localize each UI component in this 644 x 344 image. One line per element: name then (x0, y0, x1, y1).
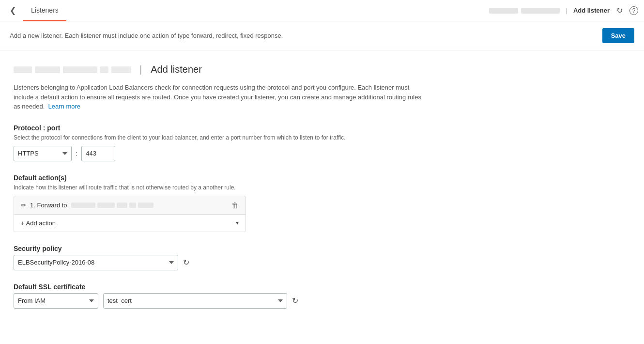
back-button[interactable]: ❮ (6, 4, 19, 17)
save-button[interactable]: Save (602, 28, 634, 43)
ssl-cert-select[interactable]: test_cert (103, 293, 287, 309)
delete-action-button[interactable]: 🗑 (231, 201, 239, 209)
add-action-row[interactable]: + Add action ▾ (14, 215, 245, 232)
page-title: Add listener (151, 64, 202, 75)
protocol-port-section: Protocol : port Select the protocol for … (14, 124, 422, 161)
action-blur-3 (117, 203, 127, 208)
security-policy-select[interactable]: ELBSecurityPolicy-2016-08 ELBSecurityPol… (14, 255, 178, 270)
default-actions-desc: Indicate how this listener will route tr… (14, 184, 422, 191)
back-icon: ❮ (10, 6, 16, 15)
action-target-blurred (71, 203, 153, 208)
header-blur-4 (100, 66, 108, 73)
security-policy-row: ELBSecurityPolicy-2016-08 ELBSecurityPol… (14, 255, 422, 270)
header-blur-2 (35, 66, 60, 73)
actions-box: ✏ 1. Forward to 🗑 + Add action (14, 196, 246, 232)
nav-help-icon: ? (629, 6, 638, 15)
info-bar: Add a new listener. Each listener must i… (0, 21, 644, 50)
protocol-row: HTTP HTTPS : (14, 146, 422, 161)
main-content: | Add listener Listeners belonging to Ap… (0, 50, 436, 328)
listeners-tab-label: Listeners (31, 6, 59, 14)
page-description: Listeners belonging to Application Load … (14, 83, 422, 111)
breadcrumb-part1 (489, 8, 518, 14)
trash-icon: 🗑 (231, 201, 239, 209)
breadcrumb-add-listener: Add listener (573, 7, 610, 14)
refresh-icon: ↻ (183, 258, 189, 266)
add-action-label: + Add action (21, 219, 56, 227)
page-header: | Add listener (14, 64, 422, 75)
protocol-select[interactable]: HTTP HTTPS (14, 146, 72, 161)
learn-more-link[interactable]: Learn more (48, 103, 80, 110)
protocol-port-desc: Select the protocol for connections from… (14, 134, 422, 141)
info-bar-text: Add a new listener. Each listener must i… (10, 32, 283, 39)
protocol-port-title: Protocol : port (14, 124, 422, 132)
breadcrumb-pipe: | (566, 7, 567, 14)
action-blur-1 (71, 203, 95, 208)
action-blur-4 (129, 203, 136, 208)
security-policy-title: Security policy (14, 245, 422, 252)
header-blur-5 (111, 66, 131, 73)
action-item-left: ✏ 1. Forward to (21, 202, 153, 209)
add-action-left: + Add action (21, 219, 56, 227)
breadcrumb: | Add listener (489, 7, 610, 14)
protocol-port-colon: : (76, 149, 77, 157)
security-policy-refresh-button[interactable]: ↻ (183, 258, 189, 267)
ssl-certificate-section: Default SSL certificate From IAM From AC… (14, 283, 422, 309)
pencil-icon: ✏ (21, 202, 26, 209)
ssl-refresh-icon: ↻ (292, 297, 298, 305)
security-policy-section: Security policy ELBSecurityPolicy-2016-0… (14, 245, 422, 270)
nav-refresh-icon: ↻ (616, 6, 623, 15)
nav-refresh-button[interactable]: ↻ (616, 6, 623, 15)
ssl-cert-refresh-button[interactable]: ↻ (292, 296, 298, 305)
listeners-tab[interactable]: Listeners (23, 0, 66, 21)
ssl-cert-row: From IAM From ACM Upload to IAM test_cer… (14, 293, 422, 309)
page-header-blurred (14, 66, 131, 73)
breadcrumb-part2 (521, 8, 560, 14)
page-header-divider: | (139, 64, 142, 75)
top-nav: ❮ Listeners | Add listener ↻ ? (0, 0, 644, 21)
action-item-1: ✏ 1. Forward to 🗑 (14, 196, 245, 215)
default-actions-section: Default action(s) Indicate how this list… (14, 174, 422, 232)
port-input[interactable] (81, 146, 115, 161)
header-blur-3 (63, 66, 97, 73)
ssl-certificate-title: Default SSL certificate (14, 283, 422, 291)
chevron-down-icon: ▾ (236, 219, 239, 226)
action-blur-5 (138, 203, 153, 208)
action-label: 1. Forward to (30, 202, 67, 209)
nav-help-button[interactable]: ? (629, 6, 638, 15)
action-blur-2 (97, 203, 115, 208)
ssl-source-select[interactable]: From IAM From ACM Upload to IAM (14, 293, 98, 309)
nav-action-icons: ↻ ? (616, 6, 638, 15)
header-blur-1 (14, 66, 32, 73)
default-actions-title: Default action(s) (14, 174, 422, 182)
